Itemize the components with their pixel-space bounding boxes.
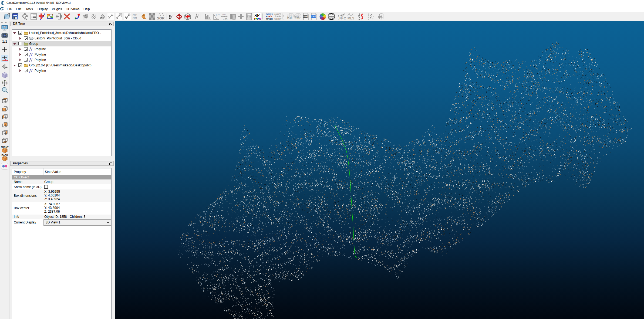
svg-text:SF: SF: [254, 13, 260, 18]
svg-text:MLS: MLS: [348, 16, 354, 20]
svg-text:CANUPO: CANUPO: [274, 13, 281, 15]
svg-text:CSV: CSV: [312, 15, 316, 18]
svg-text:max: max: [223, 18, 228, 20]
svg-text:SOR: SOR: [157, 16, 165, 20]
svg-text:SHP: SHP: [304, 15, 308, 18]
svg-text:Create: Create: [266, 18, 273, 20]
svg-text:N+C: N+C: [339, 16, 346, 20]
svg-text:min: min: [222, 13, 226, 16]
svg-text:FM: FM: [295, 16, 299, 20]
svg-text:μ,σ: μ,σ: [216, 13, 220, 16]
svg-text:Kd: Kd: [287, 16, 292, 20]
svg-text:CANUPO: CANUPO: [266, 13, 273, 15]
svg-text:CC: CC: [133, 16, 137, 20]
svg-text:Classify: Classify: [274, 18, 281, 20]
